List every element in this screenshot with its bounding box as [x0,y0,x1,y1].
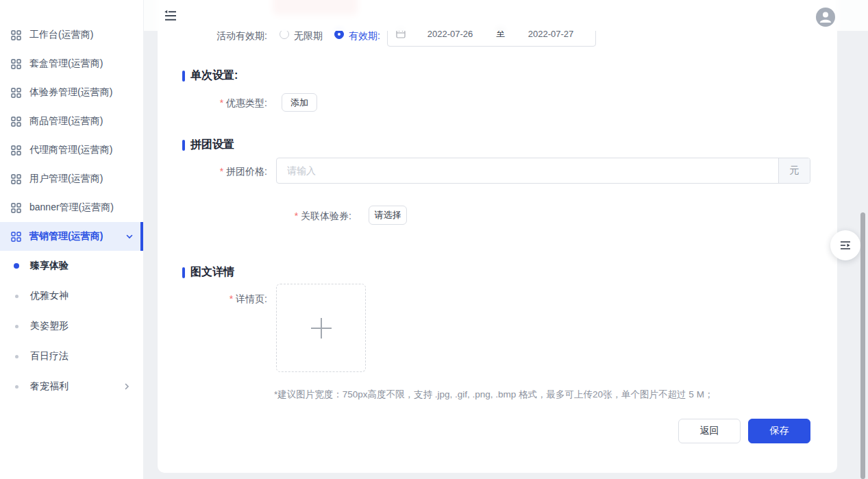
coupon-type-label: *优惠类型: [158,97,267,110]
sidebar-item-agent-mgmt[interactable]: 代理商管理(运营商) [0,136,143,164]
sidebar-item-label: 体验券管理(运营商) [29,86,112,99]
back-button[interactable]: 返回 [678,419,741,443]
form-card: 活动有效期: 无限期 有效期: 2022-07-26 至 2022-07-27 … [158,0,837,473]
required-mark: * [220,166,223,177]
price-unit-addon: 元 [778,158,810,183]
section-title: 拼团设置 [190,138,234,152]
section-accent-bar [182,267,185,278]
group-price-label: *拼团价格: [158,166,267,178]
grid-icon [11,116,21,127]
sidebar-item-label: 套盒管理(运营商) [29,58,103,70]
radio-unlimited-label[interactable]: 无限期 [294,30,323,42]
required-mark: * [295,210,298,221]
bullet-dot-icon [15,325,18,328]
sidebar-item-banner-mgmt[interactable]: banner管理(运营商) [0,193,143,222]
radio-limited[interactable] [334,29,344,39]
vertical-scrollbar-thumb[interactable] [860,212,865,479]
grid-icon [11,232,21,242]
sidebar-subitem-zhenxiang[interactable]: 臻享体验 [0,251,143,281]
list-arrow-icon [840,241,851,250]
add-button[interactable]: 添加 [282,93,317,112]
grid-icon [11,59,21,69]
select-coupon-button[interactable]: 请选择 [369,206,407,225]
required-mark: * [230,293,233,304]
section-single-settings: 单次设置: [182,69,238,83]
sidebar-subitem-label: 奢宠福利 [30,380,69,393]
sidebar-subitem-youya[interactable]: 优雅女神 [0,281,143,311]
sidebar-item-label: banner管理(运营商) [29,201,114,214]
sidebar-subitem-label: 臻享体验 [30,260,69,272]
sidebar-item-label: 营销管理(运营商) [29,230,103,243]
upload-hint-text: *建议图片宽度：750px高度不限，支持 .jpg, .gif, .png, .… [274,389,713,401]
section-detail: 图文详情 [182,265,234,280]
grid-icon [11,88,21,98]
sidebar-subitem-label: 百日疗法 [30,350,69,363]
sidebar-item-marketing-mgmt[interactable]: 营销管理(运营商) [0,222,143,251]
person-icon [816,8,835,27]
sidebar-item-user-mgmt[interactable]: 用户管理(运营商) [0,164,143,193]
sidebar-subitem-bairi[interactable]: 百日疗法 [0,341,143,371]
sidebar-subitem-shechong[interactable]: 奢宠福利 [0,371,143,402]
section-group-settings: 拼团设置 [182,138,234,152]
group-price-input-group: 元 [276,158,810,184]
bullet-dot-icon [14,263,19,269]
plus-icon [311,318,332,339]
sidebar-subitem-label: 美姿塑形 [30,320,69,332]
settings-drawer-button[interactable] [830,230,860,260]
grid-icon [11,30,21,40]
chevron-right-icon [123,382,131,391]
group-price-input[interactable] [277,158,778,183]
section-accent-bar [182,140,185,151]
sidebar-item-workbench[interactable]: 工作台(运营商) [0,21,143,49]
menu-fold-icon [164,10,177,22]
sidebar-item-label: 工作台(运营商) [29,29,93,41]
sidebar-item-product-mgmt[interactable]: 商品管理(运营商) [0,107,143,136]
grid-icon [11,174,21,184]
sidebar-item-box-mgmt[interactable]: 套盒管理(运营商) [0,49,143,78]
grid-icon [11,203,21,213]
chevron-down-icon [125,232,134,241]
sidebar: 工作台(运营商) 套盒管理(运营商) 体验券管理(运营商) 商品管理(运营商) … [0,0,144,479]
user-avatar[interactable] [816,8,835,27]
save-button[interactable]: 保存 [748,419,810,443]
top-header [144,0,868,31]
sidebar-item-label: 商品管理(运营商) [29,115,103,127]
sidebar-item-coupon-mgmt[interactable]: 体验券管理(运营商) [0,78,143,107]
image-upload-box[interactable] [276,284,366,372]
section-title: 单次设置: [190,69,238,83]
bullet-dot-icon [15,355,18,358]
radio-unlimited[interactable] [280,29,289,39]
bullet-dot-icon [15,295,18,298]
detail-page-label: *详情页: [158,293,267,306]
menu-collapse-button[interactable] [162,8,179,24]
sidebar-item-label: 用户管理(运营商) [29,173,103,185]
linked-coupon-label: *关联体验券: [240,210,351,223]
section-accent-bar [182,71,185,82]
section-title: 图文详情 [190,265,234,280]
grid-icon [11,145,21,156]
bullet-dot-icon [15,385,18,389]
sidebar-item-label: 代理商管理(运营商) [29,144,112,156]
required-mark: * [220,97,223,108]
sidebar-subitem-meizi[interactable]: 美姿塑形 [0,311,143,341]
sidebar-subitem-label: 优雅女神 [30,290,69,302]
radio-limited-label[interactable]: 有效期: [349,30,380,42]
validity-label: 活动有效期: [158,30,267,42]
